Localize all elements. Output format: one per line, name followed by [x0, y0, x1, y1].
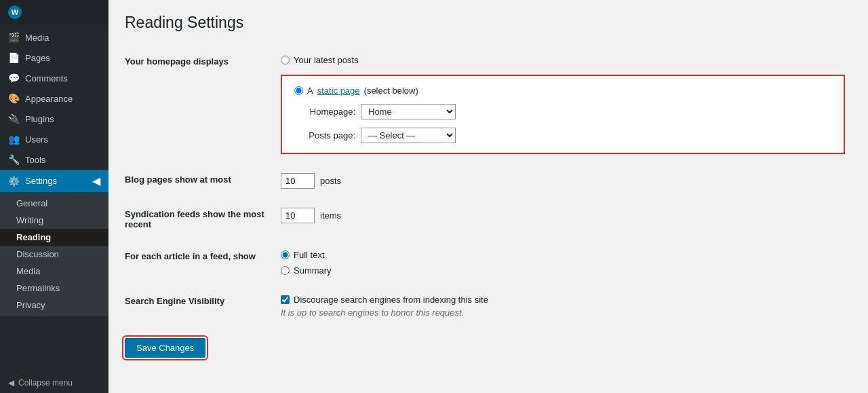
submenu-item-general[interactable]: General [0, 195, 108, 212]
latest-posts-option[interactable]: Your latest posts [281, 55, 845, 65]
sidebar-item-settings[interactable]: ⚙️ Settings ◀ [0, 170, 108, 192]
syndication-label: Syndication feeds show the most recent [125, 198, 274, 240]
homepage-radio-group: Your latest posts A static page (select … [281, 55, 845, 154]
search-engine-checkbox[interactable] [281, 295, 290, 304]
posts-page-select-row: Posts page: — Select — Blog News Updates [294, 128, 831, 143]
full-text-radio[interactable] [281, 250, 290, 259]
settings-icon: ⚙️ [8, 176, 20, 187]
static-page-header: A static page (select below) [294, 86, 831, 96]
sidebar-item-users[interactable]: 👥 Users [0, 129, 108, 149]
blog-pages-inline: 10 posts [281, 173, 845, 189]
plugins-icon: 🔌 [8, 113, 20, 124]
save-button-wrap: Save Changes [125, 327, 852, 364]
appearance-icon: 🎨 [8, 93, 20, 104]
static-page-box: A static page (select below) Homepage: H… [281, 75, 845, 154]
posts-page-label: Posts page: [294, 130, 355, 141]
homepage-displays-field: Your latest posts A static page (select … [274, 45, 852, 164]
homepage-displays-label: Your homepage displays [125, 45, 274, 164]
sidebar-item-plugins[interactable]: 🔌 Plugins [0, 109, 108, 129]
syndication-row: Syndication feeds show the most recent 1… [125, 198, 852, 240]
static-page-link[interactable]: static page [317, 86, 360, 96]
sidebar: W 🎬 Media 📄 Pages 💬 Comments 🎨 Appearanc… [0, 0, 108, 393]
tools-icon: 🔧 [8, 154, 20, 165]
blog-pages-field: 10 posts [274, 164, 852, 198]
search-engine-hint: It is up to search engines to honor this… [281, 307, 845, 318]
syndication-input[interactable]: 10 [281, 208, 315, 223]
pages-icon: 📄 [8, 52, 20, 63]
posts-page-select[interactable]: — Select — Blog News Updates [361, 128, 456, 143]
users-icon: 👥 [8, 134, 20, 145]
sidebar-logo: W [0, 0, 108, 24]
submenu-item-reading[interactable]: Reading [0, 229, 108, 246]
sidebar-item-comments[interactable]: 💬 Comments [0, 68, 108, 88]
sidebar-item-pages[interactable]: 📄 Pages [0, 48, 108, 68]
submenu-item-writing[interactable]: Writing [0, 212, 108, 229]
wordpress-logo-icon: W [8, 5, 22, 19]
latest-posts-radio[interactable] [281, 56, 290, 64]
blog-pages-suffix: posts [320, 176, 341, 186]
summary-option[interactable]: Summary [281, 265, 845, 276]
sidebar-nav: 🎬 Media 📄 Pages 💬 Comments 🎨 Appearance … [0, 24, 108, 319]
save-changes-button[interactable]: Save Changes [125, 338, 205, 358]
search-engine-checkbox-label[interactable]: Discourage search engines from indexing … [281, 295, 845, 305]
submenu-item-media[interactable]: Media [0, 263, 108, 280]
submenu-item-discussion[interactable]: Discussion [0, 246, 108, 263]
search-engine-row: Search Engine Visibility Discourage sear… [125, 285, 852, 327]
homepage-select-row: Homepage: Home About Contact Blog [294, 104, 831, 119]
homepage-select[interactable]: Home About Contact Blog [361, 104, 456, 119]
submenu-item-privacy[interactable]: Privacy [0, 297, 108, 314]
static-page-radio[interactable] [294, 86, 303, 95]
comments-icon: 💬 [8, 73, 20, 83]
feed-article-label: For each article in a feed, show [125, 240, 274, 285]
submenu-item-permalinks[interactable]: Permalinks [0, 280, 108, 297]
settings-arrow-icon: ◀ [92, 174, 100, 187]
sidebar-item-appearance[interactable]: 🎨 Appearance [0, 88, 108, 109]
homepage-select-label: Homepage: [294, 107, 355, 117]
feed-article-radio-group: Full text Summary [281, 250, 845, 276]
settings-submenu: General Writing Reading Discussion Media… [0, 192, 108, 316]
collapse-menu-button[interactable]: ◀ Collapse menu [0, 373, 108, 393]
syndication-field: 10 items [274, 198, 852, 240]
sidebar-item-tools[interactable]: 🔧 Tools [0, 149, 108, 170]
syndication-inline: 10 items [281, 208, 845, 223]
feed-article-field: Full text Summary [274, 240, 852, 285]
page-title: Reading Settings [125, 14, 852, 32]
syndication-suffix: items [320, 210, 341, 221]
search-engine-field: Discourage search engines from indexing … [274, 285, 852, 327]
feed-article-row: For each article in a feed, show Full te… [125, 240, 852, 285]
settings-form: Your homepage displays Your latest posts [125, 45, 852, 364]
blog-pages-input[interactable]: 10 [281, 173, 315, 189]
collapse-icon: ◀ [8, 378, 14, 388]
settings-table: Your homepage displays Your latest posts [125, 45, 852, 327]
blog-pages-row: Blog pages show at most 10 posts [125, 164, 852, 198]
media-icon: 🎬 [8, 32, 20, 43]
homepage-displays-row: Your homepage displays Your latest posts [125, 45, 852, 164]
blog-pages-label: Blog pages show at most [125, 164, 274, 198]
search-engine-label: Search Engine Visibility [125, 285, 274, 327]
main-content: Reading Settings Your homepage displays … [108, 0, 868, 393]
summary-radio[interactable] [281, 266, 290, 275]
full-text-option[interactable]: Full text [281, 250, 845, 260]
sidebar-item-media[interactable]: 🎬 Media [0, 27, 108, 48]
